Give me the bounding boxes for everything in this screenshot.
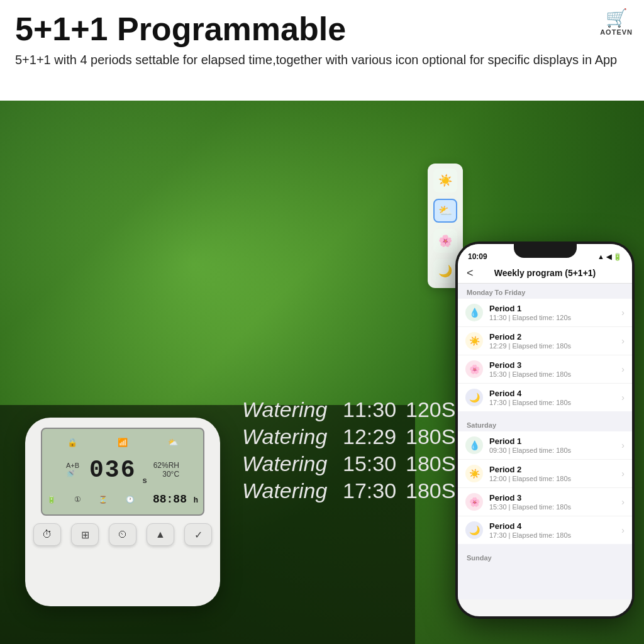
logo-text: AOTEVN bbox=[600, 28, 633, 36]
period-info-4: Period 4 17:30 | Elapsed time: 180s bbox=[489, 389, 621, 406]
time-display: 88:88 h bbox=[153, 493, 198, 506]
sat-period-detail-4: 17:30 | Elapsed time: 180s bbox=[489, 531, 621, 539]
status-time: 10:09 bbox=[468, 252, 487, 261]
period-name-1: Period 1 bbox=[489, 304, 621, 313]
watering-duration-4: 180S bbox=[406, 479, 450, 503]
sat-period-name-1: Period 1 bbox=[489, 436, 621, 446]
chevron-right-icon: › bbox=[621, 308, 625, 318]
phone-app-header: < Weekly program (5+1+1) bbox=[458, 264, 632, 284]
logo-icon: 🛒 bbox=[606, 8, 628, 28]
watering-time-2: 12:29 bbox=[343, 425, 393, 449]
device-body: 🔒 📶 ⛅ A+B 🚿 036 s 62%RH 30°C bbox=[25, 418, 220, 606]
table-row[interactable]: 💧 Period 1 11:30 | Elapsed time: 120s › bbox=[458, 299, 632, 327]
sat-period-icon-4: 🌙 bbox=[465, 521, 483, 539]
sat-period-icon-2: ☀️ bbox=[465, 465, 483, 482]
period-detail-1: 11:30 | Elapsed time: 120s bbox=[489, 314, 621, 321]
watering-label-1: Watering bbox=[242, 397, 330, 422]
page-subtitle: 5+1+1 with 4 periods settable for elapse… bbox=[15, 51, 629, 69]
table-row[interactable]: 💧 Period 1 09:30 | Elapsed time: 180s › bbox=[458, 431, 632, 460]
sat-period-name-2: Period 2 bbox=[489, 465, 621, 474]
phone-body: 10:09 ▲ ◀ 🔋 < Weekly program (5+1+1) Mon… bbox=[455, 242, 635, 619]
schedule-row-3: Watering 15:30 180S bbox=[242, 452, 456, 476]
app-header-title: Weekly program (5+1+1) bbox=[494, 268, 596, 278]
watering-duration-2: 180S bbox=[406, 425, 450, 449]
sat-period-info-1: Period 1 09:30 | Elapsed time: 180s bbox=[489, 436, 621, 454]
screen-unit: s bbox=[142, 475, 147, 485]
hourglass-icon: ⏳ bbox=[99, 496, 108, 504]
screen-temp-hum: 62%RH 30°C bbox=[153, 461, 179, 479]
page-title: 5+1+1 Programmable bbox=[15, 11, 629, 47]
device-buttons: ⏱ ⊞ ⏲ ▲ ✓ bbox=[33, 523, 212, 546]
schedule-row-4: Watering 17:30 180S bbox=[242, 479, 456, 503]
sat-period-detail-1: 09:30 | Elapsed time: 180s bbox=[489, 447, 621, 454]
period-info-2: Period 2 12:29 | Elapsed time: 180s bbox=[489, 332, 621, 350]
weekday-period-list: 💧 Period 1 11:30 | Elapsed time: 120s › … bbox=[458, 299, 632, 411]
icon-flower[interactable]: 🌸 bbox=[433, 229, 457, 253]
watering-label-4: Watering bbox=[242, 479, 330, 503]
period-info-3: Period 3 15:30 | Elapsed time: 180s bbox=[489, 360, 621, 378]
schedule-row-2: Watering 12:29 180S bbox=[242, 425, 456, 449]
table-row[interactable]: ☀️ Period 2 12:00 | Elapsed time: 180s › bbox=[458, 460, 632, 488]
sat-period-name-4: Period 4 bbox=[489, 521, 621, 531]
icon-moon[interactable]: 🌙 bbox=[433, 259, 457, 283]
period-icon-4: 🌙 bbox=[465, 389, 483, 406]
saturday-period-list: 💧 Period 1 09:30 | Elapsed time: 180s › … bbox=[458, 431, 632, 544]
period-detail-2: 12:29 | Elapsed time: 180s bbox=[489, 342, 621, 350]
btn-timer[interactable]: ⏱ bbox=[33, 523, 61, 546]
period-name-4: Period 4 bbox=[489, 389, 621, 398]
temperature-display: 30°C bbox=[153, 470, 179, 479]
watering-time-4: 17:30 bbox=[343, 479, 393, 503]
chevron-right-icon: › bbox=[621, 497, 625, 507]
watering-duration-1: 120S bbox=[406, 397, 450, 422]
screen-display: 036 bbox=[89, 457, 136, 484]
chevron-right-icon: › bbox=[621, 469, 625, 479]
logo-area: 🛒 AOTEVN bbox=[600, 8, 633, 36]
lock-icon: 🔒 bbox=[67, 438, 77, 447]
sat-period-icon-3: 🌸 bbox=[465, 493, 483, 511]
period-icon-1: 💧 bbox=[465, 304, 483, 321]
phone-notch bbox=[514, 242, 577, 258]
watering-time-3: 15:30 bbox=[343, 452, 393, 476]
icon-cloud[interactable]: ⛅ bbox=[433, 199, 457, 223]
period-icon-3: 🌸 bbox=[465, 360, 483, 378]
btn-up[interactable]: ▲ bbox=[147, 523, 174, 546]
back-button[interactable]: < bbox=[467, 267, 474, 280]
device-screen: 🔒 📶 ⛅ A+B 🚿 036 s 62%RH 30°C bbox=[41, 428, 204, 516]
section-header-sunday: Sunday bbox=[458, 549, 632, 564]
btn-confirm[interactable]: ✓ bbox=[184, 523, 212, 546]
watering-label-3: Watering bbox=[242, 452, 330, 476]
phone-content[interactable]: Monday To Friday 💧 Period 1 11:30 | Elap… bbox=[458, 284, 632, 599]
period-info-1: Period 1 11:30 | Elapsed time: 120s bbox=[489, 304, 621, 321]
screen-num-icon: ① bbox=[74, 495, 81, 504]
sat-period-info-2: Period 2 12:00 | Elapsed time: 180s bbox=[489, 465, 621, 482]
screen-label: A+B bbox=[66, 462, 79, 469]
watering-label-2: Watering bbox=[242, 425, 330, 449]
chevron-right-icon: › bbox=[621, 440, 625, 450]
period-name-3: Period 3 bbox=[489, 360, 621, 370]
table-row[interactable]: 🌸 Period 3 15:30 | Elapsed time: 180s › bbox=[458, 355, 632, 384]
status-icons: ▲ ◀ 🔋 bbox=[597, 253, 622, 261]
screen-icons-row: 🔒 📶 ⛅ bbox=[47, 434, 198, 452]
table-row[interactable]: 🌙 Period 4 17:30 | Elapsed time: 180s › bbox=[458, 516, 632, 544]
btn-program[interactable]: ⊞ bbox=[71, 523, 99, 546]
device-container: 🔒 📶 ⛅ A+B 🚿 036 s 62%RH 30°C bbox=[25, 418, 226, 625]
icon-sun[interactable]: ☀️ bbox=[433, 169, 457, 192]
clock-icon: 🕐 bbox=[126, 496, 135, 504]
watering-duration-3: 180S bbox=[406, 452, 450, 476]
chevron-right-icon: › bbox=[621, 525, 625, 535]
table-row[interactable]: ☀️ Period 2 12:29 | Elapsed time: 180s › bbox=[458, 327, 632, 355]
screen-main-row: A+B 🚿 036 s 62%RH 30°C bbox=[47, 453, 198, 487]
btn-clock[interactable]: ⏲ bbox=[109, 523, 136, 546]
section-header-saturday: Saturday bbox=[458, 416, 632, 431]
period-icon-2: ☀️ bbox=[465, 332, 483, 350]
background-section: 🔒 📶 ⛅ A+B 🚿 036 s 62%RH 30°C bbox=[0, 101, 644, 644]
table-row[interactable]: 🌙 Period 4 17:30 | Elapsed time: 180s › bbox=[458, 384, 632, 411]
weather-icon: ⛅ bbox=[168, 438, 178, 447]
period-detail-4: 17:30 | Elapsed time: 180s bbox=[489, 399, 621, 406]
wifi-icon: 📶 bbox=[118, 438, 128, 447]
period-detail-3: 15:30 | Elapsed time: 180s bbox=[489, 370, 621, 378]
humidity-display: 62%RH bbox=[153, 461, 179, 470]
sat-period-icon-1: 💧 bbox=[465, 436, 483, 454]
table-row[interactable]: 🌸 Period 3 15:30 | Elapsed time: 180s › bbox=[458, 488, 632, 516]
watering-time-1: 11:30 bbox=[343, 397, 393, 422]
